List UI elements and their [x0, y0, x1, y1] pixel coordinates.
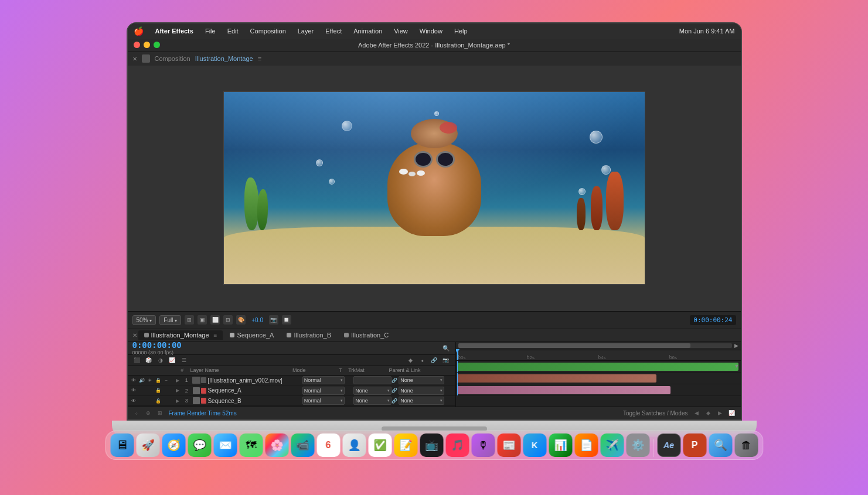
minimize-button[interactable] [144, 42, 150, 48]
graph-icon[interactable]: 📈 [728, 409, 736, 417]
fit-view-icon[interactable]: ⊞ [185, 315, 194, 325]
layer-expand-3[interactable]: ▶ [174, 397, 181, 404]
graph-editor-icon[interactable]: 📈 [168, 356, 177, 365]
visibility-icon-3[interactable]: 👁 [130, 397, 137, 404]
maximize-button[interactable] [154, 42, 160, 48]
solo-icon-1[interactable]: ☀ [147, 377, 154, 384]
parent-select-3[interactable]: None ▾ [399, 397, 444, 405]
tab-illustration-montage[interactable]: Illustration_Montage ≡ [138, 330, 223, 340]
dock-icon-contacts[interactable]: 👤 [342, 433, 366, 457]
track-row-2[interactable] [456, 373, 741, 384]
tab-close-0[interactable]: ≡ [214, 332, 217, 339]
tab-sequence-a[interactable]: Sequence_A [224, 330, 280, 340]
timeline-scrollbar[interactable] [458, 343, 732, 348]
motion-blur-icon[interactable]: ◑ [156, 356, 165, 365]
dock-icon-messages[interactable]: 💬 [188, 433, 211, 457]
add-marker-icon[interactable]: ◆ [406, 356, 416, 365]
apple-menu[interactable]: 🍎 [134, 26, 144, 36]
dock-icon-photos[interactable]: 🌸 [265, 433, 288, 457]
tab-illustration-b[interactable]: Illustration_B [281, 330, 337, 340]
layer-expand-2[interactable]: ▶ [174, 387, 181, 394]
audio-icon-2[interactable] [138, 387, 145, 394]
audio-icon-3[interactable] [138, 397, 145, 404]
composition-marker-icon[interactable]: ⬦ [132, 409, 141, 417]
parent-select-2[interactable]: None ▾ [399, 387, 444, 395]
guide-icon[interactable]: ⊟ [223, 315, 233, 325]
keyframe-nav-right[interactable]: ▶ [716, 409, 724, 417]
menu-composition[interactable]: Composition [248, 26, 288, 36]
layer-mat-2[interactable]: None ▾ [353, 387, 392, 395]
snapshot-icon[interactable]: 📷 [269, 315, 278, 325]
menu-animation[interactable]: Animation [351, 26, 384, 36]
comp-menu[interactable]: ≡ [258, 55, 261, 62]
draft-3d-icon[interactable]: 🎲 [144, 356, 154, 365]
layer-row-1[interactable]: 👁 🔊 ☀ 🔒 ~ ▶ 1 [128, 375, 455, 386]
dock-icon-tv[interactable]: 📺 [420, 433, 443, 457]
track-row-3[interactable] [456, 384, 741, 396]
show-snapshot-icon[interactable]: 🔲 [282, 315, 291, 325]
menu-window[interactable]: Window [417, 26, 445, 36]
set-keyframe-icon[interactable]: ⬥ [418, 356, 427, 365]
layer-row-2[interactable]: 👁 🔒 ▶ 2 [128, 385, 455, 396]
menu-effect[interactable]: Effect [323, 26, 344, 36]
region-of-interest-icon[interactable]: ⬜ [210, 315, 220, 325]
parent-select-1[interactable]: None ▾ [399, 376, 444, 384]
dock-icon-numbers[interactable]: 📊 [549, 433, 572, 457]
dock-icon-sysprefs[interactable]: ⚙️ [626, 433, 649, 457]
dock-icon-notes[interactable]: 📝 [394, 433, 417, 457]
close-button[interactable] [134, 42, 140, 48]
menu-file[interactable]: File [203, 26, 218, 36]
dock-icon-music[interactable]: 🎵 [445, 433, 469, 457]
layer-mode-2[interactable]: Normal ▾ [302, 387, 345, 395]
close-timeline-btn[interactable]: ✕ [132, 332, 137, 339]
dock-icon-trash[interactable]: 🗑 [734, 433, 758, 457]
dock-icon-keynote[interactable]: K [523, 433, 546, 457]
solo-icon-3[interactable] [147, 397, 154, 404]
menu-view[interactable]: View [392, 26, 410, 36]
dock-icon-safari[interactable]: 🧭 [162, 433, 185, 457]
lock-icon-1[interactable]: 🔒 [155, 377, 162, 384]
timeline-search-btn[interactable]: 🔍 [441, 343, 451, 353]
toggle-switches-btn[interactable]: Toggle Switches / Modes [623, 410, 688, 417]
color-icon[interactable]: 🎨 [236, 315, 246, 325]
lock-icon-3[interactable]: 🔒 [155, 397, 162, 404]
shy-icon-3[interactable] [163, 397, 170, 404]
lock-icon-2[interactable]: 🔒 [155, 387, 162, 394]
zoom-control-group[interactable]: 50% ▾ [132, 315, 156, 325]
visibility-icon-1[interactable]: 👁 [130, 377, 137, 384]
toggle-transparency-icon[interactable]: ▣ [198, 315, 207, 325]
menu-help[interactable]: Help [452, 26, 470, 36]
dock-icon-calendar[interactable]: 6 [316, 433, 340, 457]
keyframe-nav-left[interactable]: ◀ [693, 409, 701, 417]
window-controls[interactable] [134, 42, 160, 48]
keyframe-diamond[interactable]: ◆ [704, 409, 713, 417]
visibility-icon-2[interactable]: 👁 [130, 387, 137, 394]
quality-dropdown[interactable]: Full ▾ [159, 315, 181, 325]
dock-icon-mail[interactable]: ✉️ [213, 433, 237, 457]
dock-icon-testflight[interactable]: ✈️ [600, 433, 624, 457]
menu-layer[interactable]: Layer [295, 26, 316, 36]
dock-icon-facetime[interactable]: 📹 [291, 433, 314, 457]
zoom-dropdown[interactable]: 50% ▾ [132, 315, 156, 325]
dock-icon-aftereffects[interactable]: Ae [657, 433, 680, 457]
dock-icon-finder[interactable]: 🖥 [110, 433, 134, 457]
audio-icon-1[interactable]: 🔊 [138, 377, 145, 384]
comp-settings-icon[interactable]: ⬛ [132, 356, 142, 365]
layer-expand-1[interactable]: ▶ [174, 377, 181, 384]
dock-icon-powerpoint[interactable]: P [683, 433, 706, 457]
menu-aftereffects[interactable]: After Effects [153, 26, 196, 36]
dock-icon-maps[interactable]: 🗺 [239, 433, 263, 457]
layer-mat-3[interactable]: None ▾ [353, 397, 392, 405]
menu-edit[interactable]: Edit [225, 26, 241, 36]
solo-icon-2[interactable] [147, 387, 154, 394]
shy-icon-1[interactable]: ~ [163, 377, 170, 384]
layer-row-3[interactable]: 👁 🔒 ▶ 3 [128, 396, 455, 407]
layer-mode-1[interactable]: Normal ▾ [302, 376, 345, 384]
shy-icon-2[interactable] [163, 387, 170, 394]
layer-mode-3[interactable]: Normal ▾ [302, 397, 345, 405]
layer-controls-icon[interactable]: ☰ [179, 356, 189, 365]
close-comp-btn[interactable]: ✕ [132, 56, 137, 62]
dock-icon-podcasts[interactable]: 🎙 [471, 433, 495, 457]
link-icon[interactable]: 🔗 [430, 356, 439, 365]
dock-icon-finder2[interactable]: 🔍 [709, 433, 732, 457]
